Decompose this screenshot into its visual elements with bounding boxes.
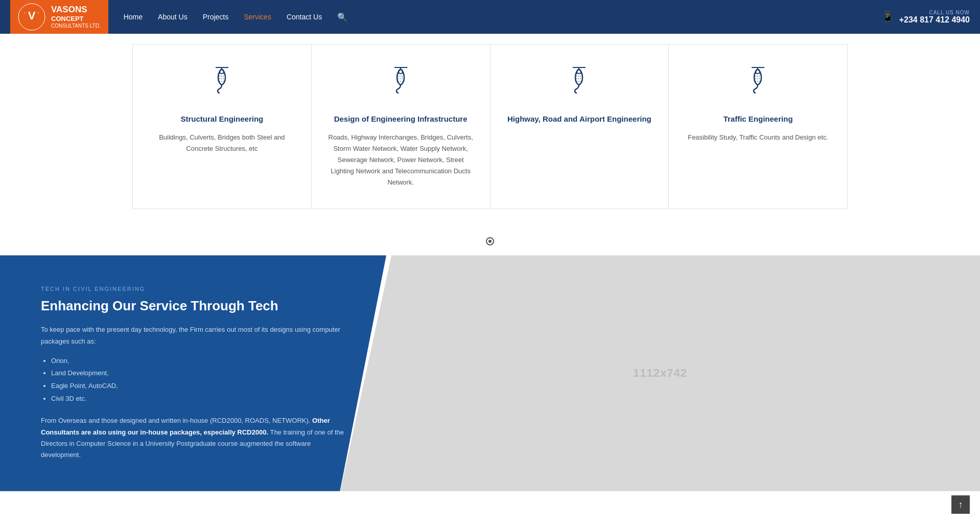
- search-icon[interactable]: 🔍: [337, 12, 347, 22]
- list-item: Eagle Point, AutoCAD,: [51, 380, 345, 393]
- phone-text: CALL US NOW +234 817 412 4940: [899, 10, 970, 25]
- tech-list: Orion, Land Development, Eagle Point, Au…: [41, 355, 345, 405]
- service-title-structural: Structural Engineering: [148, 113, 296, 124]
- phone-icon: 📱: [881, 11, 894, 23]
- highway-icon: [564, 65, 595, 101]
- nav-projects[interactable]: Projects: [203, 13, 229, 21]
- service-card-design: Design of Engineering Infrastructure Roa…: [312, 44, 491, 209]
- service-card-structural: Structural Engineering Buildings, Culver…: [133, 44, 312, 209]
- service-title-traffic: Traffic Engineering: [684, 113, 832, 124]
- tech-panel: TECH IN CIVIL ENGINEERING Enhancing Our …: [0, 255, 386, 491]
- svg-text:-: -: [24, 10, 26, 15]
- tech-body: From Overseas and those designed and wri…: [41, 415, 345, 460]
- phone-area: 📱 CALL US NOW +234 817 412 4940: [881, 10, 970, 25]
- design-icon: [385, 65, 416, 101]
- list-item: Orion,: [51, 355, 345, 368]
- structural-icon: [206, 65, 237, 101]
- nav-links: Home About Us Projects Services Contact …: [124, 12, 881, 22]
- logo-text: VASONS CONCEPT CONSULTANTS LTD.: [51, 5, 101, 29]
- bottom-section: TECH IN CIVIL ENGINEERING Enhancing Our …: [0, 255, 980, 491]
- nav-about[interactable]: About Us: [158, 13, 188, 21]
- nav-services[interactable]: Services: [244, 13, 271, 21]
- services-section: Structural Engineering Buildings, Culver…: [0, 34, 980, 230]
- logo-area[interactable]: V - - VASONS CONCEPT CONSULTANTS LTD.: [10, 0, 108, 34]
- image-placeholder: 1112x742: [633, 367, 687, 380]
- list-item: Civil 3D etc.: [51, 393, 345, 405]
- nav-home[interactable]: Home: [124, 13, 143, 21]
- navbar: V - - VASONS CONCEPT CONSULTANTS LTD. Ho…: [0, 0, 980, 34]
- tech-title: Enhancing Our Service Through Tech: [41, 298, 345, 314]
- traffic-icon: [743, 65, 774, 101]
- tech-intro: To keep pace with the present day techno…: [41, 324, 345, 347]
- logo-icon: V - -: [18, 3, 46, 31]
- image-panel: 1112x742: [340, 255, 980, 491]
- services-grid: Structural Engineering Buildings, Culver…: [132, 44, 848, 209]
- service-desc-traffic: Feasibility Study, Traffic Counts and De…: [684, 132, 832, 143]
- tech-subtitle: TECH IN CIVIL ENGINEERING: [41, 286, 345, 292]
- service-title-design: Design of Engineering Infrastructure: [327, 113, 475, 124]
- nav-contact[interactable]: Contact Us: [287, 13, 322, 21]
- service-card-highway: Highway, Road and Airport Engineering: [491, 44, 669, 209]
- list-item: Land Development,: [51, 367, 345, 380]
- service-card-traffic: Traffic Engineering Feasibility Study, T…: [669, 44, 848, 209]
- service-title-highway: Highway, Road and Airport Engineering: [506, 113, 654, 124]
- carousel-dot-active[interactable]: [486, 237, 494, 245]
- svg-text:-: -: [37, 10, 39, 15]
- svg-text:V: V: [28, 9, 36, 22]
- service-desc-structural: Buildings, Culverts, Bridges both Steel …: [148, 132, 296, 154]
- service-desc-design: Roads, Highway Interchanges, Bridges, Cu…: [327, 132, 475, 188]
- carousel-dots: [0, 230, 980, 255]
